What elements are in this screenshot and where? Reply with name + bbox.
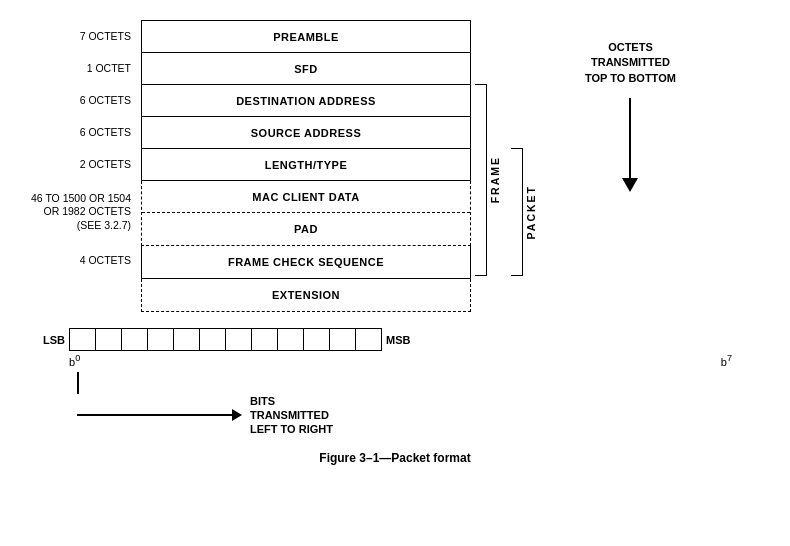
packet-bracket-label: PACKET xyxy=(525,148,537,276)
frame-table-wrapper: 7 OCTETS 1 OCTET 6 OCTETS 6 OCTETS 2 OCT… xyxy=(20,20,770,312)
row-sfd: SFD xyxy=(142,53,471,85)
label-ext xyxy=(20,276,135,308)
row-ext: EXTENSION xyxy=(142,279,470,311)
bit-diagram: LSB MSB b0 xyxy=(30,328,770,437)
row-src-addr: SOURCE ADDRESS xyxy=(142,117,471,149)
label-macdata-text: 46 TO 1500 OR 1504OR 1982 OCTETS(SEE 3.2… xyxy=(31,192,131,233)
label-dest: 6 OCTETS xyxy=(20,84,135,116)
arrow-head-right xyxy=(232,409,242,421)
row-pad: PAD xyxy=(142,213,470,245)
bit-cells xyxy=(69,328,382,351)
bit-cell-5 xyxy=(174,329,200,351)
label-src: 6 OCTETS xyxy=(20,116,135,148)
row-fcs-wrapper: FRAME CHECK SEQUENCE xyxy=(141,246,471,279)
row-mac-data: MAC CLIENT DATA xyxy=(142,181,470,213)
bit-cell-3 xyxy=(122,329,148,351)
msb-label: MSB xyxy=(386,334,421,346)
down-arrow xyxy=(622,98,638,192)
bit-cell-4 xyxy=(148,329,174,351)
bit-cell-10 xyxy=(304,329,330,351)
bit-cell-1 xyxy=(70,329,96,351)
main-container: 7 OCTETS 1 OCTET 6 OCTETS 6 OCTETS 2 OCT… xyxy=(0,0,790,546)
caption-text: Figure 3–1—Packet format xyxy=(319,451,470,465)
bits-arrow-area: BITSTRANSMITTEDLEFT TO RIGHT xyxy=(30,372,770,437)
bit-cell-2 xyxy=(96,329,122,351)
label-macdata: 46 TO 1500 OR 1504OR 1982 OCTETS(SEE 3.2… xyxy=(20,180,135,244)
frame-bracket-label: FRAME xyxy=(489,84,501,276)
bits-transmitted-label: BITSTRANSMITTEDLEFT TO RIGHT xyxy=(250,394,333,437)
row-ext-wrapper: EXTENSION xyxy=(141,279,471,312)
bit-cell-11 xyxy=(330,329,356,351)
label-preamble: 7 OCTETS xyxy=(20,20,135,52)
down-arrow-line xyxy=(629,98,631,178)
frame-bracket xyxy=(475,84,487,276)
frame-dashed-rows: MAC CLIENT DATA PAD xyxy=(141,181,471,246)
label-fcs: 4 OCTETS xyxy=(20,244,135,276)
bit-cell-9 xyxy=(278,329,304,351)
vertical-drop xyxy=(77,372,79,394)
labels-column: 7 OCTETS 1 OCTET 6 OCTETS 6 OCTETS 2 OCT… xyxy=(20,20,135,312)
frame-label-text: FRAME xyxy=(489,156,501,203)
bit-cell-7 xyxy=(226,329,252,351)
frame-solid-rows: PREAMBLE SFD DESTINATION ADDRESS SOURCE … xyxy=(141,20,471,181)
bit-cell-12 xyxy=(356,329,382,351)
row-length-type: LENGTH/TYPE xyxy=(142,149,471,181)
right-annotation: OCTETSTRANSMITTEDTOP TO BOTTOM xyxy=(585,20,676,312)
row-fcs: FRAME CHECK SEQUENCE xyxy=(142,246,470,278)
bits-arrow-container: BITSTRANSMITTEDLEFT TO RIGHT xyxy=(77,372,333,437)
bit-row: LSB MSB xyxy=(30,328,770,351)
down-arrow-head xyxy=(622,178,638,192)
packet-bracket xyxy=(511,148,523,276)
label-sfd: 1 OCTET xyxy=(20,52,135,84)
bit-cell-6 xyxy=(200,329,226,351)
bit-subscript-row: b0 b7 xyxy=(30,353,770,368)
octets-text: OCTETSTRANSMITTEDTOP TO BOTTOM xyxy=(585,40,676,86)
horizontal-line xyxy=(77,414,232,416)
horizontal-arrow: BITSTRANSMITTEDLEFT TO RIGHT xyxy=(77,394,333,437)
figure-caption: Figure 3–1—Packet format xyxy=(20,451,770,465)
b7-label: b7 xyxy=(721,353,732,368)
row-dest-addr: DESTINATION ADDRESS xyxy=(142,85,471,117)
brackets-area: FRAME PACKET xyxy=(475,20,555,312)
b0-label: b0 xyxy=(69,353,80,368)
lsb-label: LSB xyxy=(30,334,65,346)
label-length: 2 OCTETS xyxy=(20,148,135,180)
bit-cell-8 xyxy=(252,329,278,351)
row-preamble: PREAMBLE xyxy=(142,21,471,53)
packet-label-text: PACKET xyxy=(525,185,537,239)
diagram-area: 7 OCTETS 1 OCTET 6 OCTETS 6 OCTETS 2 OCT… xyxy=(20,10,770,465)
